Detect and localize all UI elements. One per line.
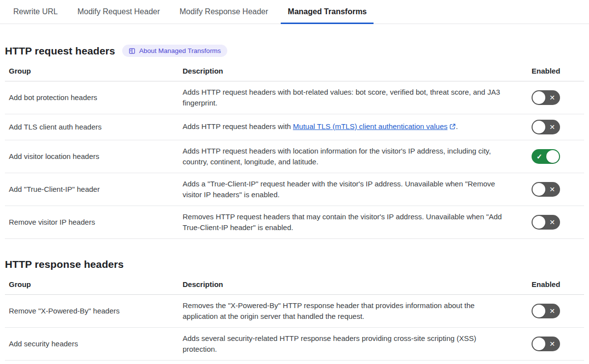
column-header-description: Description bbox=[179, 275, 528, 295]
enabled-cell: ✕ bbox=[528, 81, 584, 114]
group-cell: Remove visitor IP headers bbox=[5, 206, 179, 239]
toggle-knob bbox=[533, 91, 545, 104]
column-header-enabled: Enabled bbox=[528, 62, 584, 81]
description-cell: Adds a "True-Client-IP" request header w… bbox=[179, 173, 528, 206]
group-cell: Add TLS client auth headers bbox=[5, 114, 179, 140]
transform-rules-tabbar: Rewrite URL Modify Request Header Modify… bbox=[0, 0, 589, 24]
enabled-cell: ✕ bbox=[528, 114, 584, 140]
about-managed-transforms-link[interactable]: About Managed Transforms bbox=[122, 45, 228, 57]
request-headers-table: Group Description Enabled Add bot protec… bbox=[5, 62, 584, 239]
about-managed-transforms-label: About Managed Transforms bbox=[139, 47, 221, 54]
request-section-title: HTTP request headers bbox=[5, 45, 115, 57]
description-cell: Removes HTTP request headers that may co… bbox=[179, 206, 528, 239]
x-icon: ✕ bbox=[549, 219, 555, 226]
description-cell: Adds HTTP request headers with bot-relat… bbox=[179, 81, 528, 114]
table-row: Add TLS client auth headersAdds HTTP req… bbox=[5, 114, 584, 140]
description-cell: Adds several security-related HTTP respo… bbox=[179, 328, 528, 361]
enabled-cell: ✕ bbox=[528, 328, 584, 361]
x-icon: ✕ bbox=[549, 308, 555, 314]
table-row: Add security headersAdds several securit… bbox=[5, 328, 584, 361]
x-icon: ✕ bbox=[549, 94, 555, 101]
toggle-remove-x-powered-by-headers[interactable]: ✕ bbox=[532, 304, 560, 318]
description-cell: Adds HTTP request headers with location … bbox=[179, 140, 528, 173]
group-cell: Add visitor location headers bbox=[5, 140, 179, 173]
tab-managed-transforms[interactable]: Managed Transforms bbox=[281, 0, 374, 24]
tab-modify-request-header[interactable]: Modify Request Header bbox=[71, 0, 167, 24]
toggle-add-true-client-ip-header[interactable]: ✕ bbox=[532, 182, 560, 197]
group-cell: Remove "X-Powered-By" headers bbox=[5, 295, 179, 328]
column-header-group: Group bbox=[5, 275, 179, 295]
toggle-knob bbox=[533, 121, 545, 133]
enabled-cell: ✓ bbox=[528, 140, 584, 173]
column-header-group: Group bbox=[5, 62, 179, 81]
table-row: Add "True-Client-IP" headerAdds a "True-… bbox=[5, 173, 584, 206]
x-icon: ✕ bbox=[549, 340, 555, 347]
toggle-add-tls-client-auth-headers[interactable]: ✕ bbox=[532, 120, 560, 134]
http-response-headers-section: HTTP response headers Group Description … bbox=[5, 259, 584, 361]
description-cell: Removes the "X-Powered-By" HTTP response… bbox=[179, 295, 528, 328]
description-cell: Adds HTTP request headers with Mutual TL… bbox=[179, 114, 528, 140]
toggle-knob bbox=[533, 216, 545, 229]
http-request-headers-section: HTTP request headers About Managed Trans… bbox=[5, 45, 584, 239]
enabled-cell: ✕ bbox=[528, 295, 584, 328]
column-header-enabled: Enabled bbox=[528, 275, 584, 295]
book-icon bbox=[129, 48, 135, 54]
toggle-remove-visitor-ip-headers[interactable]: ✕ bbox=[532, 215, 560, 230]
toggle-knob bbox=[533, 183, 545, 196]
table-row: Remove "X-Powered-By" headersRemoves the… bbox=[5, 295, 584, 328]
table-row: Add visitor location headersAdds HTTP re… bbox=[5, 140, 584, 173]
tab-modify-response-header[interactable]: Modify Response Header bbox=[173, 0, 275, 24]
x-icon: ✕ bbox=[549, 124, 555, 130]
table-row: Remove visitor IP headersRemoves HTTP re… bbox=[5, 206, 584, 239]
managed-transforms-panel: HTTP request headers About Managed Trans… bbox=[0, 45, 589, 361]
response-headers-table: Group Description Enabled Remove "X-Powe… bbox=[5, 275, 584, 361]
toggle-add-security-headers[interactable]: ✕ bbox=[532, 337, 560, 351]
toggle-knob bbox=[546, 150, 559, 163]
group-cell: Add "True-Client-IP" header bbox=[5, 173, 179, 206]
description-link[interactable]: Mutual TLS (mTLS) client authentication … bbox=[293, 122, 448, 130]
toggle-add-visitor-location-headers[interactable]: ✓ bbox=[532, 149, 560, 164]
group-cell: Add security headers bbox=[5, 328, 179, 361]
group-cell: Add bot protection headers bbox=[5, 81, 179, 114]
tab-rewrite-url[interactable]: Rewrite URL bbox=[6, 0, 65, 24]
toggle-knob bbox=[533, 305, 545, 317]
response-section-title: HTTP response headers bbox=[5, 259, 124, 270]
check-icon: ✓ bbox=[536, 153, 542, 160]
external-link-icon bbox=[449, 123, 456, 131]
enabled-cell: ✕ bbox=[528, 173, 584, 206]
toggle-knob bbox=[533, 338, 545, 350]
x-icon: ✕ bbox=[549, 186, 555, 193]
table-row: Add bot protection headersAdds HTTP requ… bbox=[5, 81, 584, 114]
enabled-cell: ✕ bbox=[528, 206, 584, 239]
column-header-description: Description bbox=[179, 62, 528, 81]
toggle-add-bot-protection-headers[interactable]: ✕ bbox=[532, 90, 560, 105]
